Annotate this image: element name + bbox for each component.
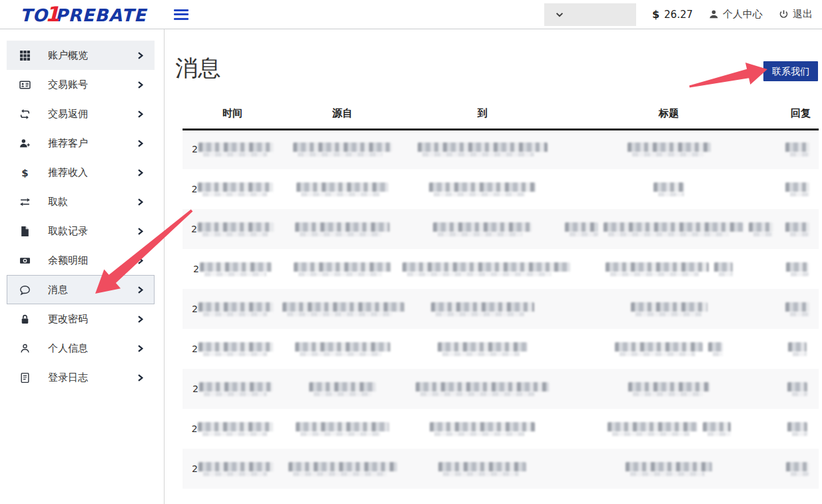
power-icon — [779, 9, 789, 19]
table-row[interactable]: 2 — [183, 369, 819, 409]
idcard-icon — [19, 79, 31, 91]
redacted-text — [198, 182, 273, 196]
redacted-text — [608, 422, 697, 436]
hamburger-icon[interactable] — [174, 9, 189, 20]
time-prefix: 2 — [192, 463, 198, 473]
table-row[interactable]: 2 — [183, 249, 819, 289]
redacted-text — [785, 182, 809, 196]
sidebar-item-10[interactable]: 个人信息 — [7, 334, 155, 363]
contact-us-button[interactable]: 联系我们 — [763, 61, 818, 81]
redacted-text — [199, 462, 273, 476]
cell-reply — [775, 249, 819, 289]
table-row[interactable]: 2 — [183, 289, 819, 329]
logout-link[interactable]: 退出 — [779, 8, 813, 21]
redacted-text — [418, 142, 548, 156]
topbar-dropdown[interactable] — [544, 3, 636, 26]
table-row[interactable]: 2 — [183, 209, 819, 249]
sidebar-item-7[interactable]: 余额明细 — [7, 246, 155, 275]
redacted-text — [402, 262, 570, 276]
cell-to — [402, 209, 562, 249]
redacted-text — [438, 342, 528, 356]
cell-from — [282, 129, 402, 169]
sidebar-item-9[interactable]: 更改密码 — [7, 304, 155, 334]
redacted-text — [631, 302, 707, 316]
redacted-text — [785, 142, 809, 156]
cell-to — [402, 169, 562, 209]
chevron-right-icon — [136, 344, 145, 353]
chevron-right-icon — [136, 139, 145, 148]
messages-table-body: 222222222 — [183, 129, 819, 489]
time-prefix: 2 — [192, 343, 198, 354]
cell-title — [562, 329, 775, 369]
sidebar-item-11[interactable]: 登录日志 — [7, 363, 155, 392]
sidebar-item-label: 登录日志 — [48, 372, 136, 384]
chevron-right-icon — [136, 51, 145, 60]
profile-link[interactable]: 个人中心 — [709, 8, 763, 21]
cell-from — [282, 249, 402, 289]
redacted-text — [606, 262, 709, 276]
redacted-text — [416, 382, 549, 396]
messages-table-wrap: 时间 源自 到 标题 回复 222222222 — [183, 99, 818, 489]
redacted-text — [199, 302, 273, 316]
redacted-text — [198, 222, 274, 236]
sidebar-item-label: 消息 — [48, 284, 136, 296]
table-row[interactable]: 2 — [183, 329, 819, 369]
cell-to — [402, 409, 562, 449]
redacted-text — [714, 262, 733, 276]
redacted-text — [288, 462, 397, 476]
sidebar-menu: 账户概览 交易账号 交易返佣 推荐客户 推荐收入 取款 取款记录 余额明细 — [0, 41, 164, 392]
redacted-text — [429, 182, 536, 196]
redacted-text — [293, 142, 392, 156]
cell-title — [562, 209, 775, 249]
sidebar-item-0[interactable]: 账户概览 — [7, 41, 155, 70]
cell-to — [402, 329, 562, 369]
table-row[interactable]: 2 — [183, 449, 819, 489]
cell-from — [282, 449, 402, 489]
main-content: 消息 联系我们 时间 源自 到 标题 回复 222222222 — [165, 29, 822, 504]
sidebar-item-2[interactable]: 交易返佣 — [7, 99, 155, 128]
logo-accent: 1 — [45, 2, 61, 26]
header-reply: 回复 — [775, 99, 819, 129]
table-row[interactable]: 2 — [183, 409, 819, 449]
chat-icon — [19, 284, 31, 296]
messages-table: 时间 源自 到 标题 回复 222222222 — [183, 99, 819, 489]
sidebar: 账户概览 交易账号 交易返佣 推荐客户 推荐收入 取款 取款记录 余额明细 — [0, 29, 165, 504]
sidebar-item-5[interactable]: 取款 — [7, 187, 155, 216]
sidebar-item-label: 更改密码 — [48, 313, 136, 326]
logo[interactable]: TO1PREBATE — [20, 4, 165, 25]
cell-reply — [775, 289, 819, 329]
redacted-text — [749, 222, 773, 236]
sidebar-item-label: 推荐收入 — [48, 166, 136, 179]
table-row[interactable]: 2 — [183, 169, 819, 209]
redacted-text — [625, 462, 712, 476]
sidebar-item-1[interactable]: 交易账号 — [7, 70, 155, 99]
cell-title — [562, 129, 775, 169]
cell-from — [282, 289, 402, 329]
cell-title — [562, 449, 775, 489]
sidebar-item-label: 个人信息 — [48, 342, 136, 355]
document-icon — [19, 372, 31, 383]
table-header-row: 时间 源自 到 标题 回复 — [183, 99, 819, 129]
chevron-right-icon — [136, 256, 145, 265]
sidebar-item-8[interactable]: 消息 — [7, 275, 155, 304]
cell-from — [282, 369, 402, 409]
sidebar-item-4[interactable]: 推荐收入 — [7, 158, 155, 187]
cell-time: 2 — [183, 409, 282, 449]
cell-from — [282, 409, 402, 449]
balance-amount: 26.27 — [664, 9, 693, 21]
time-prefix: 2 — [192, 183, 198, 194]
time-prefix: 2 — [192, 144, 198, 154]
cell-reply — [775, 329, 819, 369]
cell-reply — [775, 369, 819, 409]
banknote-icon — [19, 255, 31, 266]
cell-time: 2 — [183, 449, 282, 489]
table-row[interactable]: 2 — [183, 129, 819, 169]
sidebar-item-label: 推荐客户 — [48, 137, 136, 150]
redacted-text — [628, 382, 709, 396]
sidebar-item-6[interactable]: 取款记录 — [7, 216, 155, 246]
sidebar-item-3[interactable]: 推荐客户 — [7, 128, 155, 158]
redacted-text — [294, 262, 391, 276]
sidebar-item-label: 账户概览 — [48, 49, 136, 62]
header-from: 源自 — [282, 99, 402, 129]
redacted-text — [431, 302, 534, 316]
